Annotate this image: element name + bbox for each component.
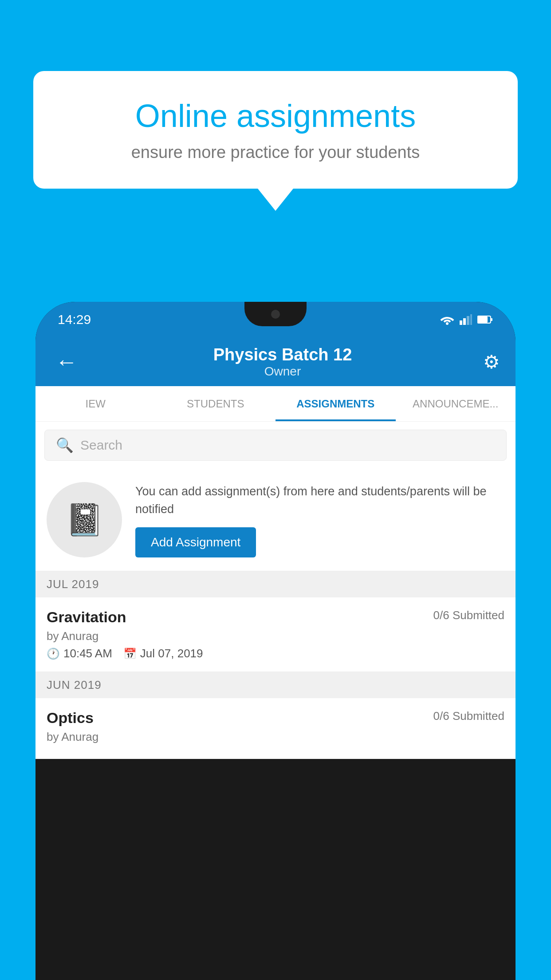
search-icon: 🔍 bbox=[56, 437, 74, 454]
assignment-row1-optics: Optics 0/6 Submitted bbox=[47, 709, 504, 727]
add-assignment-button[interactable]: Add Assignment bbox=[135, 527, 256, 557]
promo-content: You can add assignment(s) from here and … bbox=[135, 482, 504, 557]
svg-rect-3 bbox=[467, 316, 469, 325]
tab-assignments-label: ASSIGNMENTS bbox=[296, 398, 374, 410]
search-bar[interactable]: 🔍 Search bbox=[44, 430, 507, 461]
battery-icon bbox=[477, 315, 493, 324]
app-bar-title: Physics Batch 12 bbox=[82, 345, 483, 364]
tab-students-label: STUDENTS bbox=[187, 398, 244, 410]
settings-button[interactable]: ⚙ bbox=[483, 351, 500, 373]
meta-time-gravitation: 🕐 10:45 AM bbox=[47, 647, 112, 660]
assignment-icon: 📓 bbox=[65, 502, 104, 538]
tab-iew-label: IEW bbox=[86, 398, 106, 410]
svg-rect-6 bbox=[478, 316, 488, 323]
calendar-icon: 📅 bbox=[123, 648, 137, 660]
assignment-time-gravitation: 10:45 AM bbox=[63, 647, 112, 660]
speech-bubble: Online assignments ensure more practice … bbox=[33, 71, 518, 189]
svg-rect-2 bbox=[463, 318, 466, 325]
svg-rect-4 bbox=[470, 314, 472, 325]
assignment-author-optics: by Anurag bbox=[47, 730, 504, 744]
speech-bubble-container: Online assignments ensure more practice … bbox=[33, 71, 518, 211]
signal-icon bbox=[460, 314, 472, 325]
speech-bubble-title: Online assignments bbox=[64, 98, 487, 134]
assignment-item-optics[interactable]: Optics 0/6 Submitted by Anurag bbox=[35, 698, 516, 759]
svg-point-0 bbox=[446, 322, 449, 325]
svg-rect-7 bbox=[491, 318, 492, 321]
tab-students[interactable]: STUDENTS bbox=[156, 386, 276, 421]
tab-bar: IEW STUDENTS ASSIGNMENTS ANNOUNCEME... bbox=[35, 386, 516, 422]
meta-date-gravitation: 📅 Jul 07, 2019 bbox=[123, 647, 203, 660]
assignment-meta-gravitation: 🕐 10:45 AM 📅 Jul 07, 2019 bbox=[47, 647, 504, 660]
app-bar: ← Physics Batch 12 Owner ⚙ bbox=[35, 337, 516, 386]
status-bar: 14:29 bbox=[35, 302, 516, 337]
assignment-row1: Gravitation 0/6 Submitted bbox=[47, 609, 504, 626]
assignment-date-gravitation: Jul 07, 2019 bbox=[140, 647, 203, 660]
assignment-name-optics: Optics bbox=[47, 709, 94, 727]
phone-notch bbox=[244, 302, 307, 326]
back-button[interactable]: ← bbox=[51, 344, 82, 379]
search-input-placeholder: Search bbox=[80, 438, 122, 453]
app-bar-title-container: Physics Batch 12 Owner bbox=[82, 345, 483, 379]
camera-dot bbox=[271, 310, 280, 319]
assignment-submitted-gravitation: 0/6 Submitted bbox=[433, 609, 504, 622]
status-icons bbox=[440, 314, 493, 325]
screen-content: 🔍 Search 📓 You can add assignment(s) fro… bbox=[35, 422, 516, 759]
promo-text: You can add assignment(s) from here and … bbox=[135, 482, 504, 518]
assignment-item-gravitation[interactable]: Gravitation 0/6 Submitted by Anurag 🕐 10… bbox=[35, 597, 516, 672]
promo-section: 📓 You can add assignment(s) from here an… bbox=[35, 469, 516, 571]
speech-bubble-arrow bbox=[258, 189, 293, 211]
wifi-icon bbox=[440, 314, 454, 325]
search-bar-container: 🔍 Search bbox=[35, 422, 516, 469]
tab-assignments[interactable]: ASSIGNMENTS bbox=[276, 386, 396, 421]
svg-rect-1 bbox=[460, 320, 462, 325]
tab-iew[interactable]: IEW bbox=[35, 386, 156, 421]
tab-announcements-label: ANNOUNCEME... bbox=[413, 398, 498, 410]
clock-icon: 🕐 bbox=[47, 648, 60, 660]
assignment-submitted-optics: 0/6 Submitted bbox=[433, 709, 504, 723]
section-header-jun: JUN 2019 bbox=[35, 672, 516, 698]
assignment-name-gravitation: Gravitation bbox=[47, 609, 126, 626]
status-time: 14:29 bbox=[58, 312, 91, 327]
tab-announcements[interactable]: ANNOUNCEME... bbox=[396, 386, 516, 421]
speech-bubble-subtitle: ensure more practice for your students bbox=[64, 143, 487, 162]
phone-frame: 14:29 bbox=[35, 302, 516, 980]
assignment-author-gravitation: by Anurag bbox=[47, 629, 504, 643]
section-header-jul: JUL 2019 bbox=[35, 571, 516, 597]
promo-icon-circle: 📓 bbox=[47, 482, 122, 557]
app-bar-subtitle: Owner bbox=[82, 364, 483, 379]
